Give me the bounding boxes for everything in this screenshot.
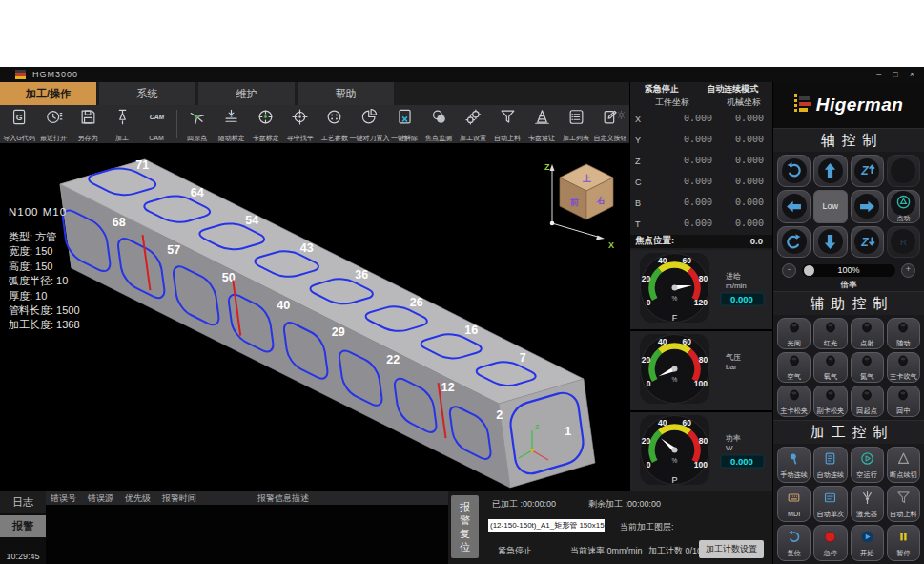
toolbar-params-button[interactable]: 工艺参数 <box>318 105 352 143</box>
process-funnel2-button[interactable]: 自动上料 <box>887 486 920 522</box>
aux-button-3[interactable]: 点射 <box>851 318 884 349</box>
toolbar-gear-icon[interactable] <box>616 107 626 124</box>
axis-letter: Z <box>630 157 650 166</box>
axis-speed-low-button[interactable]: Low <box>813 190 847 223</box>
aux-button-6[interactable]: 氧气 <box>813 352 847 384</box>
process-panel2-button[interactable]: 自动单次 <box>813 486 847 522</box>
aux-button-4[interactable]: 随动 <box>887 318 920 349</box>
svg-text:%: % <box>672 376 678 383</box>
brand-logo: Higerman <box>773 82 924 128</box>
count-settings-button[interactable]: 加工计数设置 <box>699 540 764 558</box>
aux-button-7[interactable]: 氮气 <box>851 352 884 384</box>
toolbar-torch-button[interactable]: 加工 <box>105 105 139 143</box>
machine-coord-value: 0.000 <box>712 219 772 229</box>
toolbar-focus-button[interactable]: 焦点监测 <box>421 105 456 143</box>
axis-z-down-button[interactable]: Z <box>851 226 884 259</box>
aux-button-11[interactable]: 回起点 <box>851 386 884 417</box>
aux-button-12[interactable]: 回中 <box>887 386 920 417</box>
axis-rotate-cw-button[interactable] <box>777 226 811 259</box>
3d-viewport[interactable]: 7168645754504340362926221612721Z上前右ZX N1… <box>0 143 629 491</box>
rot-ccw-icon <box>782 158 807 183</box>
override-minus-button[interactable]: - <box>782 263 796 278</box>
svg-text:Z: Z <box>544 162 550 172</box>
process-panel-button[interactable]: 自动连续 <box>813 447 847 483</box>
override-slider-knob[interactable] <box>804 265 814 276</box>
aux-control-grid: 光闸红光点射随动空气氧气氮气主卡吹气主卡松夹副卡松夹回起点回中 <box>773 315 924 420</box>
alarm-reset-button[interactable]: 报警复位 <box>451 495 479 558</box>
recent-icon <box>45 107 63 126</box>
axis-z-up-button[interactable]: Z <box>851 155 884 187</box>
lamp-icon <box>895 387 911 407</box>
toolbar-funnel-button[interactable]: 自动上料 <box>490 105 524 143</box>
job-file-field[interactable]: (12-150-150t)_A1_矩形管 150x15 <box>488 519 605 532</box>
axis-rotate-ccw-button[interactable] <box>777 155 811 187</box>
close-button[interactable]: × <box>910 67 914 82</box>
aux-button-5[interactable]: 空气 <box>777 352 811 384</box>
toolbar-chuck-button[interactable]: 卡盘标定 <box>249 105 283 143</box>
process-play-ring-button[interactable]: 空运行 <box>851 447 884 483</box>
svg-text:7: 7 <box>520 351 526 365</box>
tri-icon <box>895 450 912 470</box>
toolbar-pie-button[interactable]: 一键对刀置入 <box>352 105 387 143</box>
reset-icon <box>786 529 802 549</box>
svg-text:R: R <box>900 237 907 247</box>
toolbar-save-button[interactable]: 另存为 <box>71 105 105 143</box>
svg-text:22: 22 <box>386 353 400 366</box>
process-stop-dot-button[interactable]: 急停 <box>813 525 847 561</box>
toolbar-cam-button[interactable]: CAMCAM <box>139 105 174 143</box>
process-reset-button[interactable]: 复位 <box>777 525 811 561</box>
svg-text:71: 71 <box>135 158 149 172</box>
svg-text:80: 80 <box>699 436 708 446</box>
axis-y-down-button[interactable] <box>813 226 847 259</box>
process-laser-button[interactable]: 激光器 <box>851 486 884 522</box>
bottom-tab-2[interactable]: 报警 <box>0 515 46 537</box>
axis-letter: T <box>630 219 650 229</box>
override-percent: 100% <box>837 265 859 275</box>
aux-button-8[interactable]: 主卡吹气 <box>887 352 920 384</box>
svg-text:2: 2 <box>496 408 503 422</box>
toolbar-cone-button[interactable]: 卡盘避让 <box>524 105 559 143</box>
toolbar-recent-button[interactable]: 最近打开 <box>36 105 71 143</box>
axis-letter: C <box>630 178 650 187</box>
menu-tab-1[interactable]: 加工/操作 <box>0 82 96 105</box>
toolbar-follow-button[interactable]: 随动标定 <box>215 105 249 143</box>
maximize-button[interactable]: □ <box>893 67 897 82</box>
aux-button-10[interactable]: 副卡松夹 <box>813 386 847 417</box>
minimize-button[interactable]: – <box>876 67 881 82</box>
axis-y-up-button[interactable] <box>813 155 847 187</box>
svg-text:Z: Z <box>860 236 869 249</box>
estop-status-text: 紧急停止 <box>498 545 532 557</box>
axis-jog-button[interactable]: 点动 <box>887 190 920 223</box>
alarm-desc-header: 报警信息描述 <box>257 492 309 505</box>
svg-text:100: 100 <box>694 379 708 388</box>
axis-x-left-button[interactable] <box>777 190 811 223</box>
toolbar-release-button[interactable]: 一键解除 <box>387 105 421 143</box>
process-pause-button[interactable]: 暂停 <box>887 525 920 561</box>
clock-time: 10:29:45 <box>0 552 46 564</box>
toolbar-gcode-button[interactable]: G导入G代码 <box>2 105 36 143</box>
z-plus-icon: Z <box>854 158 879 183</box>
override-plus-button[interactable]: + <box>901 263 915 278</box>
toolbar-list-button[interactable]: 加工列表 <box>559 105 593 143</box>
process-pin-button[interactable]: 手动连续 <box>777 447 811 483</box>
work-coord-value: 0.000 <box>650 177 712 187</box>
menu-tab-2[interactable]: 系统 <box>99 82 195 105</box>
release-icon <box>396 107 414 126</box>
layer-label: 当前加工图层: <box>620 521 674 533</box>
aux-button-9[interactable]: 主卡松夹 <box>777 386 811 417</box>
process-keyboard-button[interactable]: MDI <box>777 486 811 522</box>
process-play-button[interactable]: 开始 <box>851 525 884 561</box>
axis-x-right-button[interactable] <box>851 190 884 223</box>
toolbar-gears-button[interactable]: 加工设置 <box>456 105 490 143</box>
override-slider[interactable]: 100% <box>802 264 895 277</box>
menu-tab-3[interactable]: 维护 <box>198 82 295 105</box>
lamp-icon <box>859 387 874 407</box>
toolbar-center-button[interactable]: 寻中找平 <box>283 105 318 143</box>
toolbar-home-button[interactable]: 回原点 <box>180 105 215 143</box>
process-tri-button[interactable]: 断点续切 <box>887 447 920 483</box>
bottom-tab-1[interactable]: 日志 <box>0 491 46 513</box>
aux-button-2[interactable]: 红光 <box>813 318 847 349</box>
aux-button-1[interactable]: 光闸 <box>777 318 811 349</box>
menu-tab-4[interactable]: 帮助 <box>298 82 394 105</box>
tube-param-line: 弧度半径: 10 <box>9 274 80 288</box>
